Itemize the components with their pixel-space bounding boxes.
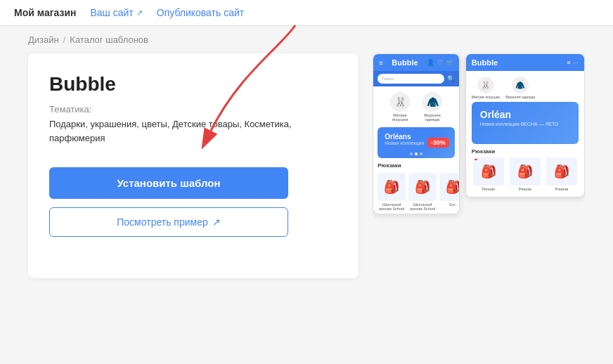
phone-category-2: 🧥 Верхняя одежда (418, 92, 446, 122)
desk-header-title: Bubble (472, 58, 498, 67)
desk-products: 🎒 Рюкзак 🎒 Рюкзак 🎒 Рюкзак (466, 156, 584, 197)
desk-menu-icon: ≡ (567, 59, 570, 66)
desk-cat-icon-1: 🐰 (477, 77, 494, 93)
desk-prod-img-2: 🎒 (510, 157, 541, 186)
desk-prod-2: 🎒 Рюкзак (508, 157, 542, 191)
phone-product-1: 🎒 ♡ Школьный рюкзак School (378, 173, 406, 211)
phone-banner: Orléans Новая коллекция -30% (378, 127, 455, 158)
breadcrumb-design[interactable]: Дизайн (28, 34, 59, 45)
template-theme-value: Подарки, украшения, цветы, Детские товар… (49, 117, 337, 145)
phone-product-3: 🎒 ♡ Sur... (439, 173, 460, 211)
phone-product-heart-1: ♡ (400, 174, 404, 180)
desk-prod-1: 🎒 Рюкзак (472, 157, 505, 191)
your-site-label: Ваш сайт (90, 7, 133, 18)
desk-header: Bubble ≡ ··· (466, 54, 584, 71)
desk-banner: Orléan Новая коллекция ВЕСНА — ЛЕТО (472, 102, 579, 144)
desk-prod-badge-1 (475, 159, 477, 160)
phone-cat-label-2: Верхняя одежда (418, 113, 446, 122)
desk-prod-name-3: Рюкзак (555, 187, 568, 191)
install-template-button[interactable]: Установить шаблон (49, 167, 288, 199)
preview-template-button[interactable]: Посмотреть пример ↗ (49, 207, 288, 237)
breadcrumb-catalog: Каталог шаблонов (70, 34, 148, 45)
breadcrumb-separator: / (63, 34, 66, 45)
template-card: Bubble Тематика: Подарки, украшения, цве… (28, 53, 359, 278)
phone-product-name-2: Школьный рюкзак School (408, 202, 437, 211)
phone-preview: ≡ Bubble 👤 ♡ 🛒 Поиск 🔍 🐰 Мягкие игрушки (373, 53, 460, 214)
desk-categories: 🐰 Мягкие игрушки 🧥 Верхняя одежда (466, 71, 584, 102)
desk-prod-name-1: Рюкзак (482, 187, 495, 191)
phone-banner-dots (410, 152, 422, 155)
phone-cart-icon: 🛒 (446, 59, 453, 66)
phone-cat-label-1: Мягкие игрушки (386, 113, 414, 122)
breadcrumb: Дизайн / Каталог шаблонов (0, 26, 613, 53)
phone-product-img-2: 🎒 ♡ (408, 173, 437, 201)
phone-banner-dot-3 (420, 152, 422, 155)
phone-products: 🎒 ♡ Школьный рюкзак School 🎒 ♡ Школьный … (373, 170, 459, 214)
phone-banner-discount: -30% (427, 138, 449, 148)
preview-area: ≡ Bubble 👤 ♡ 🛒 Поиск 🔍 🐰 Мягкие игрушки (373, 53, 585, 278)
phone-search-icon: 🔍 (447, 75, 455, 82)
desk-cat-label-1: Мягкие игрушки (472, 95, 500, 99)
desk-prod-3: 🎒 Рюкзак (545, 157, 579, 191)
nav-my-store: Мой магазин (14, 7, 76, 18)
phone-cat-icon-1: 🐰 (390, 92, 410, 112)
preview-label: Посмотреть пример (117, 216, 207, 228)
phone-product-heart-2: ♡ (431, 174, 435, 180)
phone-product-img-1: 🎒 ♡ (378, 173, 406, 201)
phone-banner-dot-1 (410, 152, 413, 155)
desk-banner-title: Orléan (480, 109, 570, 120)
desk-banner-sub: Новая коллекция ВЕСНА — ЛЕТО (480, 122, 570, 126)
phone-category-1: 🐰 Мягкие игрушки (386, 92, 414, 122)
phone-categories: 🐰 Мягкие игрушки 🧥 Верхняя одежда (373, 86, 459, 127)
main-content: Bubble Тематика: Подарки, украшения, цве… (0, 53, 613, 278)
phone-section-title: Рюкзаки (373, 158, 459, 170)
preview-external-icon: ↗ (212, 216, 221, 228)
desk-cat-icon-2: 🧥 (512, 77, 529, 93)
phone-menu-icon: ≡ (379, 59, 383, 67)
phone-heart-icon: ♡ (437, 59, 443, 66)
template-theme-label: Тематика: (49, 104, 337, 115)
phone-search-bar: Поиск 🔍 (373, 71, 459, 86)
desk-cat-1: 🐰 Мягкие игрушки (472, 77, 500, 99)
desk-header-icons: ≡ ··· (567, 59, 579, 66)
desk-dots-icon: ··· (573, 59, 579, 66)
nav-your-site-link[interactable]: Ваш сайт ↗ (90, 7, 142, 18)
phone-header-title: Bubble (392, 58, 418, 67)
phone-product-2: 🎒 ♡ Школьный рюкзак School (408, 173, 437, 211)
phone-product-name-1: Школьный рюкзак School (378, 202, 406, 211)
phone-product-name-3: Sur... (449, 202, 458, 207)
phone-header: ≡ Bubble 👤 ♡ 🛒 (373, 54, 459, 71)
nav-publish-link[interactable]: Опубликовать сайт (157, 7, 244, 18)
desk-cat-2: 🧥 Верхняя одежда (505, 77, 535, 99)
phone-header-icons: 👤 ♡ 🛒 (427, 59, 453, 66)
desktop-preview: Bubble ≡ ··· 🐰 Мягкие игрушки 🧥 Верхняя … (465, 53, 585, 197)
desk-cat-label-2: Верхняя одежда (505, 95, 535, 99)
phone-search-input: Поиск (378, 74, 444, 84)
desk-prod-img-3: 🎒 (546, 157, 577, 186)
external-link-icon: ↗ (136, 8, 143, 18)
desk-section-title: Рюкзаки (466, 144, 584, 156)
phone-product-img-3: 🎒 ♡ (439, 173, 460, 201)
phone-cat-icon-2: 🧥 (422, 92, 442, 112)
phone-user-icon: 👤 (427, 59, 434, 66)
phone-banner-dot-2 (415, 152, 418, 155)
template-title: Bubble (49, 73, 337, 96)
top-nav: Мой магазин Ваш сайт ↗ Опубликовать сайт (0, 0, 613, 26)
desk-prod-img-1: 🎒 (473, 157, 504, 186)
desk-prod-name-2: Рюкзак (519, 187, 531, 191)
